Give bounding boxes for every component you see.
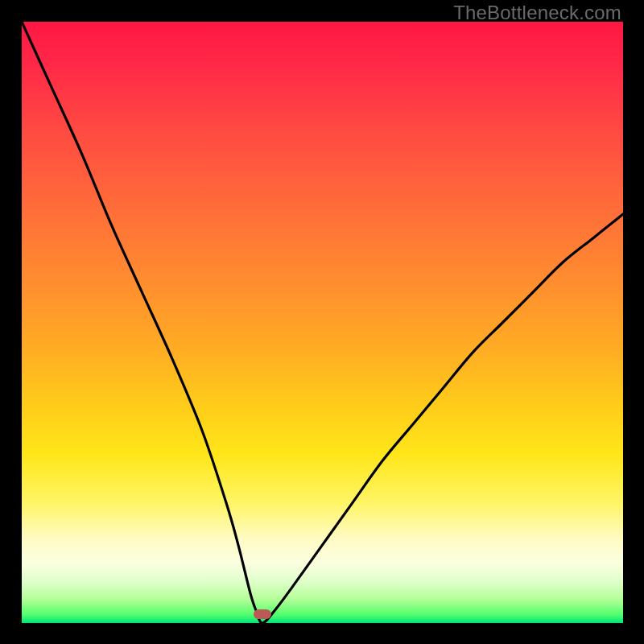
plot-area xyxy=(22,22,623,623)
min-marker-icon xyxy=(254,609,271,619)
bottleneck-curve xyxy=(22,22,623,623)
chart-frame: TheBottleneck.com xyxy=(0,0,644,644)
watermark-text: TheBottleneck.com xyxy=(453,2,621,24)
